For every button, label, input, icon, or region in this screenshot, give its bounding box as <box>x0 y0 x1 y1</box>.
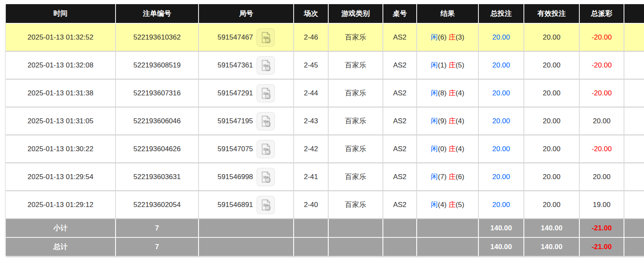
result-banker-label: 庄 <box>448 89 455 97</box>
round-number: 591546891 <box>217 201 253 209</box>
cell-total-bet: 20.00 <box>479 52 524 80</box>
summary-row: 小计 7 140.00 140.00 -21.00 <box>6 219 644 238</box>
cell-bet-id: 522193606046 <box>116 107 199 135</box>
cell-time: 2025-01-13 01:31:38 <box>6 80 116 107</box>
cell-session: 2-44 <box>294 80 329 107</box>
video-replay-button[interactable] <box>257 168 275 186</box>
round-number: 591547291 <box>217 89 253 97</box>
result-banker-label: 庄 <box>448 201 455 209</box>
table-row[interactable]: 2025-01-13 01:32:08 522193608519 5915473… <box>6 52 644 80</box>
cell-session: 2-43 <box>294 107 329 135</box>
result-banker-label: 庄 <box>448 61 455 69</box>
cell-payout: -20.00 <box>580 80 624 107</box>
cell-table-no: AS2 <box>383 163 417 191</box>
cell-table-no: AS2 <box>383 135 417 163</box>
cell-valid-bet: 20.00 <box>524 191 580 219</box>
col-header-bet-id: 注单编号 <box>116 4 199 24</box>
table-row[interactable]: 2025-01-13 01:32:52 522193610362 5915474… <box>6 24 644 52</box>
cell-round-id: 591546998 <box>199 163 294 191</box>
cell-time: 2025-01-13 01:29:54 <box>6 163 116 191</box>
cell-extra <box>624 24 644 52</box>
result-banker-score: (5) <box>455 61 464 69</box>
summary-extra <box>624 219 644 238</box>
table-row[interactable]: 2025-01-13 01:30:22 522193604626 5915470… <box>6 135 644 163</box>
video-replay-button[interactable] <box>257 84 275 102</box>
summary-label: 小计 <box>6 219 116 238</box>
col-header-round-id: 局号 <box>199 4 294 24</box>
header-row: 时间 注单编号 局号 场次 游戏类别 桌号 结果 总投注 有效投注 总派彩 <box>6 4 644 24</box>
cell-session: 2-45 <box>294 52 329 80</box>
result-player-score: (8) <box>438 89 447 97</box>
cell-result: 闲(0) 庄(4) <box>417 135 479 163</box>
cell-bet-id: 522193602054 <box>116 191 199 219</box>
video-file-icon <box>259 87 272 100</box>
table-row[interactable]: 2025-01-13 01:29:54 522193603631 5915469… <box>6 163 644 191</box>
video-replay-button[interactable] <box>257 112 275 130</box>
cell-table-no: AS2 <box>383 191 417 219</box>
col-header-time: 时间 <box>6 4 116 24</box>
col-header-total-bet: 总投注 <box>479 4 524 24</box>
video-file-icon <box>259 59 272 72</box>
result-player-score: (0) <box>438 145 447 153</box>
cell-bet-id: 522193608519 <box>116 52 199 80</box>
summary-game <box>329 238 383 256</box>
cell-session: 2-41 <box>294 163 329 191</box>
cell-total-bet: 20.00 <box>479 24 524 52</box>
result-banker-label: 庄 <box>448 33 455 41</box>
cell-game-type: 百家乐 <box>329 135 383 163</box>
cell-extra <box>624 163 644 191</box>
cell-session: 2-42 <box>294 135 329 163</box>
table-body: 2025-01-13 01:32:52 522193610362 5915474… <box>6 24 644 219</box>
summary-count: 7 <box>116 219 199 238</box>
cell-time: 2025-01-13 01:32:52 <box>6 24 116 52</box>
table-row[interactable]: 2025-01-13 01:31:38 522193607316 5915472… <box>6 80 644 107</box>
summary-payout: -21.00 <box>580 238 624 256</box>
video-replay-button[interactable] <box>257 56 275 75</box>
video-replay-button[interactable] <box>257 140 275 158</box>
summary-table <box>383 219 417 238</box>
table-footer: 小计 7 140.00 140.00 -21.00 总计 7 140.00 14… <box>6 219 644 256</box>
result-banker-label: 庄 <box>448 117 455 125</box>
result-player-label: 闲 <box>431 173 438 181</box>
cell-payout: -20.00 <box>580 52 624 80</box>
cell-round-id: 591547075 <box>199 135 294 163</box>
col-header-game-type: 游戏类别 <box>329 4 383 24</box>
result-banker-score: (3) <box>455 33 464 41</box>
cell-bet-id: 522193603631 <box>116 163 199 191</box>
video-replay-button[interactable] <box>257 196 275 214</box>
cell-result: 闲(8) 庄(4) <box>417 80 479 107</box>
col-header-result: 结果 <box>417 4 479 24</box>
bet-records-table-container: 时间 注单编号 局号 场次 游戏类别 桌号 结果 总投注 有效投注 总派彩 20… <box>6 4 644 256</box>
cell-game-type: 百家乐 <box>329 163 383 191</box>
cell-bet-id: 522193610362 <box>116 24 199 52</box>
summary-round <box>199 238 294 256</box>
video-file-icon <box>259 115 272 128</box>
result-player-score: (6) <box>438 33 447 41</box>
col-header-payout: 总派彩 <box>580 4 624 24</box>
round-number: 591547467 <box>217 33 253 42</box>
cell-table-no: AS2 <box>383 24 417 52</box>
cell-payout: 20.00 <box>580 107 624 135</box>
cell-extra <box>624 107 644 135</box>
bet-records-table: 时间 注单编号 局号 场次 游戏类别 桌号 结果 总投注 有效投注 总派彩 20… <box>6 4 644 256</box>
cell-table-no: AS2 <box>383 80 417 107</box>
result-banker-label: 庄 <box>448 173 455 181</box>
summary-result <box>417 238 479 256</box>
cell-valid-bet: 20.00 <box>524 135 580 163</box>
cell-game-type: 百家乐 <box>329 191 383 219</box>
cell-table-no: AS2 <box>383 107 417 135</box>
table-row[interactable]: 2025-01-13 01:29:12 522193602054 5915468… <box>6 191 644 219</box>
result-player-label: 闲 <box>431 145 438 153</box>
cell-valid-bet: 20.00 <box>524 163 580 191</box>
cell-round-id: 591547195 <box>199 107 294 135</box>
cell-time: 2025-01-13 01:32:08 <box>6 52 116 80</box>
video-replay-button[interactable] <box>257 28 275 47</box>
result-banker-score: (6) <box>455 173 464 181</box>
result-player-label: 闲 <box>431 89 438 97</box>
cell-valid-bet: 20.00 <box>524 80 580 107</box>
col-header-extra <box>624 4 644 24</box>
table-row[interactable]: 2025-01-13 01:31:05 522193606046 5915471… <box>6 107 644 135</box>
summary-valid-bet: 140.00 <box>524 238 580 256</box>
cell-total-bet: 20.00 <box>479 135 524 163</box>
cell-valid-bet: 20.00 <box>524 24 580 52</box>
